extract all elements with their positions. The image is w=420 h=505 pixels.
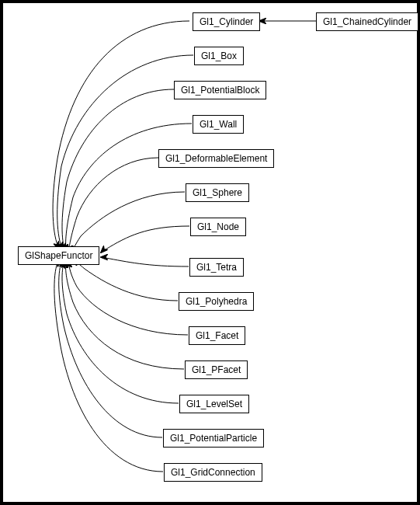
diagram-inner: GlShapeFunctor Gl1_Cylinder Gl1_ChainedC… bbox=[3, 3, 417, 502]
node-deform[interactable]: Gl1_DeformableElement bbox=[158, 149, 274, 168]
node-chained[interactable]: Gl1_ChainedCylinder bbox=[316, 12, 418, 31]
node-pfacet[interactable]: Gl1_PFacet bbox=[185, 360, 248, 379]
node-wall[interactable]: Gl1_Wall bbox=[193, 115, 244, 134]
node-root[interactable]: GlShapeFunctor bbox=[18, 246, 99, 265]
node-levelset[interactable]: Gl1_LevelSet bbox=[179, 395, 249, 413]
node-potpart[interactable]: Gl1_PotentialParticle bbox=[163, 429, 264, 448]
node-gridconn[interactable]: Gl1_GridConnection bbox=[164, 463, 262, 482]
node-poly[interactable]: Gl1_Polyhedra bbox=[179, 292, 254, 311]
node-potblock[interactable]: Gl1_PotentialBlock bbox=[174, 81, 266, 99]
diagram-canvas: GlShapeFunctor Gl1_Cylinder Gl1_ChainedC… bbox=[0, 0, 420, 505]
node-node[interactable]: Gl1_Node bbox=[190, 218, 246, 236]
node-cylinder[interactable]: Gl1_Cylinder bbox=[193, 12, 260, 31]
node-box[interactable]: Gl1_Box bbox=[194, 47, 244, 65]
node-sphere[interactable]: Gl1_Sphere bbox=[186, 183, 249, 202]
node-tetra[interactable]: Gl1_Tetra bbox=[189, 258, 244, 277]
node-facet[interactable]: Gl1_Facet bbox=[189, 326, 245, 345]
